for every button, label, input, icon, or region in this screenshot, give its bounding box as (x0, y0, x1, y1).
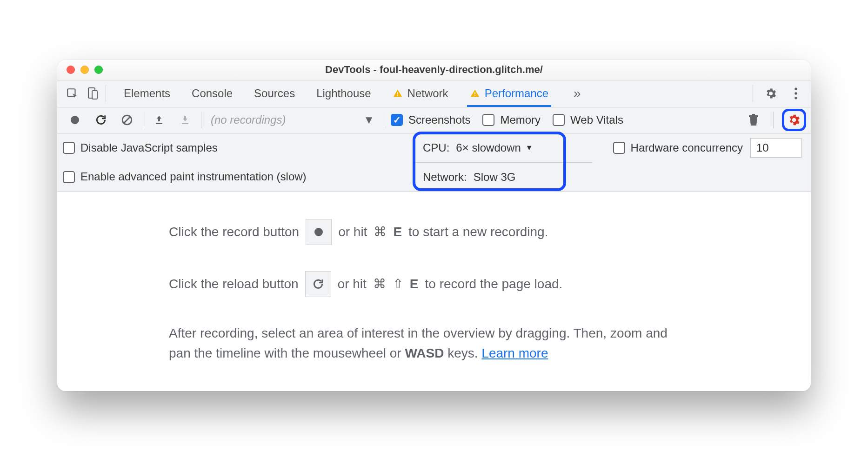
instructions-paragraph: After recording, select an area of inter… (169, 323, 681, 364)
tab-lighthouse[interactable]: Lighthouse (314, 80, 374, 107)
svg-point-9 (795, 97, 797, 99)
title-bar: DevTools - foul-heavenly-direction.glitc… (57, 60, 811, 80)
tab-network[interactable]: Network (390, 80, 451, 107)
device-toolbar-icon[interactable] (82, 83, 103, 104)
hardware-concurrency-input[interactable] (750, 138, 801, 158)
divider (773, 112, 774, 128)
warning-icon (393, 88, 403, 99)
learn-more-link[interactable]: Learn more (481, 346, 548, 360)
svg-rect-15 (752, 114, 755, 115)
save-profile-button[interactable] (172, 110, 198, 130)
web-vitals-checkbox[interactable]: Web Vitals (553, 113, 623, 126)
memory-checkbox[interactable]: Memory (482, 113, 541, 126)
svg-rect-3 (397, 92, 398, 94)
inspect-element-icon[interactable] (62, 83, 82, 104)
record-icon (306, 219, 332, 245)
checkbox-icon (613, 142, 625, 154)
network-throttling-select[interactable]: Network: Slow 3G (415, 171, 523, 184)
svg-point-7 (795, 88, 797, 90)
performance-empty-state: Click the record button or hit ⌘ E to st… (57, 192, 811, 391)
window-controls (57, 66, 103, 74)
devtools-window: DevTools - foul-heavenly-direction.glitc… (57, 60, 811, 391)
disable-js-samples-checkbox[interactable]: Disable JavaScript samples (63, 141, 218, 154)
svg-point-8 (795, 92, 797, 94)
checkbox-icon (553, 114, 565, 126)
svg-point-10 (71, 116, 79, 124)
svg-rect-6 (474, 95, 475, 96)
chevron-down-icon: ▼ (363, 113, 374, 126)
svg-rect-13 (182, 123, 188, 124)
svg-rect-2 (92, 91, 97, 99)
checkbox-icon (63, 142, 75, 154)
more-tabs-button[interactable]: » (567, 86, 588, 101)
capture-settings-highlight (782, 109, 806, 131)
cpu-throttling-select[interactable]: CPU: 6× slowdown▼ (415, 141, 541, 154)
divider (753, 85, 753, 102)
svg-rect-5 (474, 92, 475, 94)
svg-rect-12 (156, 123, 162, 124)
settings-gear-icon[interactable] (761, 83, 781, 104)
screenshots-checkbox[interactable]: ✓ Screenshots (391, 113, 470, 126)
zoom-window-button[interactable] (94, 66, 103, 74)
tab-performance[interactable]: Performance (467, 80, 551, 107)
checkbox-checked-icon: ✓ (391, 114, 403, 126)
recordings-dropdown[interactable]: (no recordings) ▼ (204, 110, 381, 130)
capture-settings-panel: Disable JavaScript samples CPU: 6× slowd… (57, 133, 811, 192)
divider (143, 112, 143, 128)
enable-paint-instrumentation-checkbox[interactable]: Enable advanced paint instrumentation (s… (63, 171, 307, 183)
minimize-window-button[interactable] (80, 66, 89, 74)
checkbox-icon (63, 171, 75, 183)
tab-sources[interactable]: Sources (251, 80, 298, 107)
kebab-menu-icon[interactable] (786, 83, 806, 104)
record-button[interactable] (62, 110, 88, 130)
clear-button[interactable] (114, 110, 140, 130)
reload-record-button[interactable] (88, 110, 114, 130)
load-profile-button[interactable] (146, 110, 172, 130)
divider (106, 85, 106, 102)
hardware-concurrency-checkbox[interactable]: Hardware concurrency (613, 141, 743, 154)
checkbox-icon (482, 114, 494, 126)
divider (384, 112, 384, 128)
reload-icon (305, 271, 331, 297)
tabs: Elements Console Sources Lighthouse Netw… (121, 80, 750, 107)
divider (201, 112, 201, 128)
svg-rect-14 (749, 115, 758, 117)
tab-console[interactable]: Console (189, 80, 235, 107)
reload-hint: Click the reload button or hit ⌘ ⇧ E to … (169, 271, 783, 297)
close-window-button[interactable] (67, 66, 75, 74)
capture-settings-button[interactable] (787, 113, 801, 127)
record-hint: Click the record button or hit ⌘ E to st… (169, 219, 783, 245)
recordings-placeholder: (no recordings) (211, 113, 286, 126)
warning-icon (470, 88, 480, 99)
devtools-tab-strip: Elements Console Sources Lighthouse Netw… (57, 80, 811, 107)
tab-elements[interactable]: Elements (121, 80, 173, 107)
garbage-collect-button[interactable] (742, 110, 765, 130)
svg-rect-4 (397, 95, 398, 96)
window-title: DevTools - foul-heavenly-direction.glitc… (57, 64, 811, 76)
chevron-down-icon: ▼ (526, 144, 533, 152)
performance-toolbar: (no recordings) ▼ ✓ Screenshots Memory W… (57, 107, 811, 133)
svg-point-16 (314, 228, 323, 236)
